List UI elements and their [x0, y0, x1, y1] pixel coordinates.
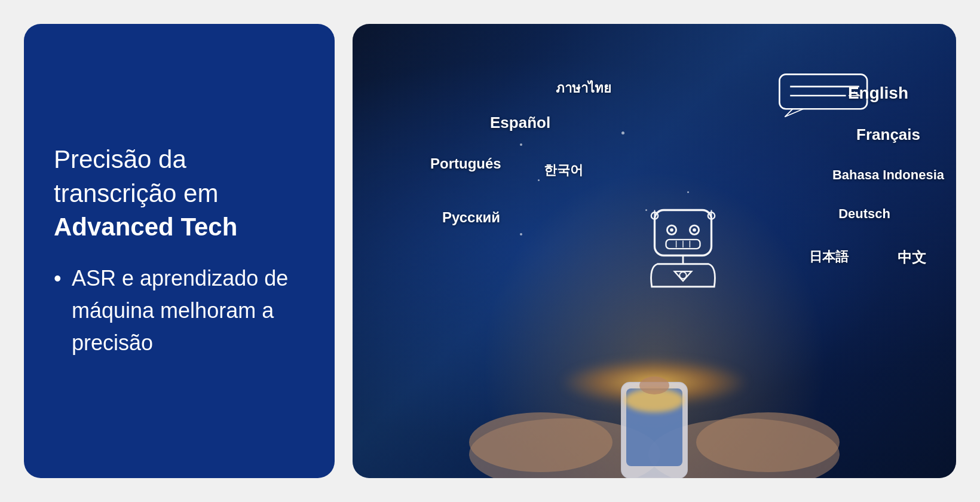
particle-4	[645, 209, 647, 211]
robot-icon	[635, 193, 731, 307]
lang-bahasa: Bahasa Indonesia	[832, 167, 944, 183]
particle-2	[538, 179, 540, 181]
bullet-list: ASR e aprendizado de máquina melhoram a …	[54, 262, 305, 359]
right-panel: ภาษาไทย Español Portugués 한국어 Русский En…	[353, 24, 956, 478]
particle-1	[520, 143, 522, 146]
lang-japanese: 日本語	[809, 248, 849, 266]
image-background: ภาษาไทย Español Portugués 한국어 Русский En…	[353, 24, 956, 478]
lang-deutsch: Deutsch	[838, 206, 890, 222]
left-panel: Precisão da transcrição em Advanced Tech…	[24, 24, 335, 478]
page-container: Precisão da transcrição em Advanced Tech…	[18, 15, 962, 487]
svg-point-23	[679, 272, 686, 278]
lang-thai: ภาษาไทย	[556, 78, 611, 99]
lang-francais: Français	[856, 126, 920, 144]
particle-5	[520, 233, 522, 235]
svg-point-3	[696, 412, 840, 472]
svg-point-10	[670, 228, 673, 232]
robot-icon-container	[635, 193, 731, 309]
lang-portugues: Portugués	[430, 155, 501, 172]
main-heading: Precisão da transcrição em Advanced Tech	[54, 143, 305, 244]
lang-korean: 한국어	[544, 161, 583, 179]
particle-6	[687, 191, 689, 193]
lang-chinese: 中文	[898, 248, 926, 267]
svg-point-7	[639, 376, 669, 394]
bullet-item-asr: ASR e aprendizado de máquina melhoram a …	[54, 262, 305, 359]
lang-espanol: Español	[490, 114, 550, 132]
lang-english: English	[848, 84, 908, 103]
svg-point-12	[693, 228, 696, 232]
lang-russian: Русский	[442, 209, 500, 226]
svg-point-1	[469, 412, 612, 472]
particle-3	[621, 131, 624, 134]
